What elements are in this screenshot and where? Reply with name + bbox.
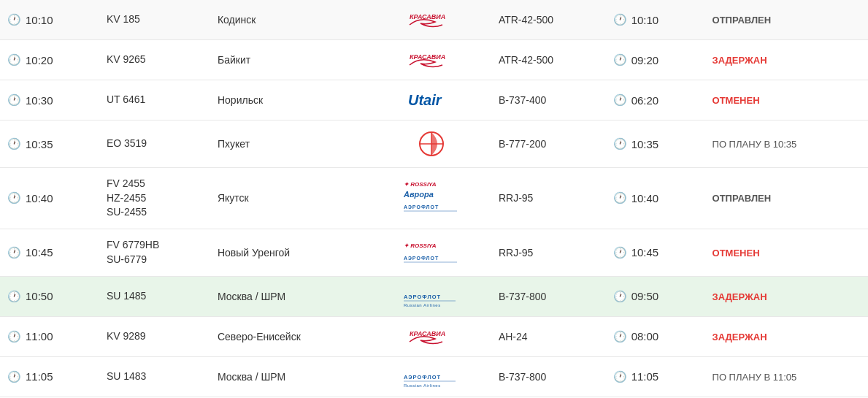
table-row: 🕐 10:50 SU 1485Москва / ШРМ АЭРОФЛОТ Rus… — [0, 276, 868, 316]
table-row: 🕐 10:20 KV 9265Байкит КРАСАВИА ATR-42-50… — [0, 40, 868, 80]
aircraft-cell: АН-24 — [491, 316, 606, 356]
airline-logo-aeroflot: АЭРОФЛОТ Russian Airlines — [378, 286, 484, 307]
actual-time-cell: 🕐 11:05 — [606, 356, 705, 397]
actual-time: 09:50 — [631, 290, 659, 302]
flight-number-cell: SU 1485 — [99, 276, 210, 316]
table-row: 🕐 11:00 KV 9289Северо-Енисейск КРАСАВИА … — [0, 316, 868, 356]
actual-time: 10:40 — [631, 192, 659, 204]
status-cell: ПО ПЛАНУ В 11:05 — [705, 356, 868, 397]
scheduled-time: 10:40 — [26, 192, 53, 204]
scheduled-time-cell: 🕐 10:35 — [0, 120, 99, 168]
airline-logo-aeroflot: АЭРОФЛОТ Russian Airlines — [378, 366, 484, 388]
svg-text:АЭРОФЛОТ: АЭРОФЛОТ — [404, 256, 439, 261]
clock-icon: 🕐 — [7, 290, 21, 303]
destination-cell: Северо-Енисейск — [210, 316, 371, 356]
status-cell: ЗАДЕРЖАН — [705, 316, 868, 356]
flight-numbers: EO 3519 — [107, 137, 203, 151]
svg-text:✦ ROSSIYA: ✦ ROSSIYA — [404, 181, 437, 188]
status-cell: ОТМЕНЕН — [705, 80, 868, 120]
destination-text: Москва / ШРМ — [218, 371, 285, 383]
flight-numbers: FV 2455HZ-2455SU-2455 — [107, 177, 203, 220]
aircraft-type: B-777-200 — [499, 138, 546, 150]
actual-time-cell: 🕐 10:10 — [606, 0, 705, 40]
destination-text: Байкит — [218, 54, 250, 66]
scheduled-time-cell: 🕐 10:10 — [0, 0, 99, 40]
table-row: 🕐 10:30 UT 6461Норильск Utair B-737-400 … — [0, 80, 868, 120]
aircraft-cell: B-737-800 — [491, 356, 606, 397]
clock-icon-actual: 🕐 — [613, 93, 627, 107]
destination-text: Кодинск — [218, 14, 256, 26]
destination-cell: Байкит — [210, 40, 371, 80]
destination-text: Якутск — [218, 192, 249, 204]
svg-text:Аврора: Аврора — [403, 190, 434, 199]
aircraft-cell: RRJ-95 — [491, 229, 606, 276]
scheduled-time-cell: 🕐 11:05 — [0, 356, 99, 397]
clock-icon-actual: 🕐 — [613, 137, 627, 150]
svg-text:АЭРОФЛОТ: АЭРОФЛОТ — [404, 374, 441, 380]
flight-number-cell: FV 2455HZ-2455SU-2455 — [99, 168, 210, 229]
actual-time-cell: 🕐 06:20 — [606, 80, 705, 120]
destination-cell: Норильск — [210, 80, 371, 120]
clock-icon-actual: 🕐 — [613, 370, 627, 383]
airline-cell: Utair — [371, 80, 491, 120]
status-cell: ЗАДЕРЖАН — [705, 276, 868, 316]
status-cell: ОТПРАВЛЕН — [705, 0, 868, 40]
status-badge: ОТМЕНЕН — [713, 248, 760, 259]
scheduled-time-cell: 🕐 10:50 — [0, 276, 99, 316]
actual-time: 10:45 — [631, 246, 659, 259]
status-badge: ЗАДЕРЖАН — [713, 291, 767, 302]
scheduled-time: 10:35 — [26, 138, 53, 150]
destination-cell: Пхукет — [210, 120, 371, 168]
flight-numbers: KV 9289 — [107, 329, 203, 344]
scheduled-time-cell: 🕐 10:45 — [0, 229, 99, 276]
airline-cell: ✦ ROSSIYA Аврора АЭРОФЛОТ — [371, 168, 491, 229]
actual-time-cell: 🕐 10:45 — [606, 229, 705, 276]
clock-icon: 🕐 — [7, 93, 21, 107]
scheduled-time: 10:30 — [26, 94, 53, 107]
scheduled-time: 11:05 — [26, 370, 53, 383]
airline-cell: АЭРОФЛОТ Russian Airlines — [371, 356, 491, 397]
flight-number-cell: UT 6461 — [99, 80, 210, 120]
flight-numbers: FV 6779НВSU-6779 — [107, 238, 203, 267]
clock-icon: 🕐 — [7, 330, 21, 343]
table-row: 🕐 10:45 FV 6779НВSU-6779Новый Уренгой ✦ … — [0, 229, 868, 276]
aircraft-cell: B-737-400 — [491, 80, 606, 120]
aircraft-type: ATR-42-500 — [499, 54, 553, 66]
flight-number-cell: SU 1483 — [99, 356, 210, 397]
table-row: 🕐 11:05 SU 1483Москва / ШРМ АЭРОФЛОТ Rus… — [0, 356, 868, 397]
clock-icon: 🕐 — [7, 370, 21, 383]
actual-time: 09:20 — [631, 54, 659, 66]
destination-text: Норильск — [218, 94, 263, 106]
destination-cell: Новый Уренгой — [210, 229, 371, 276]
status-badge: ОТПРАВЛЕН — [713, 193, 772, 204]
flight-numbers: KV 9265 — [107, 53, 203, 67]
flight-numbers: SU 1485 — [107, 289, 203, 304]
status-badge: ОТМЕНЕН — [713, 95, 760, 106]
destination-text: Пхукет — [218, 138, 250, 150]
scheduled-time-cell: 🕐 10:40 — [0, 168, 99, 229]
scheduled-time: 10:20 — [26, 54, 53, 66]
svg-text:АЭРОФЛОТ: АЭРОФЛОТ — [404, 294, 441, 300]
svg-text:✦ ROSSIYA: ✦ ROSSIYA — [404, 242, 437, 249]
actual-time-cell: 🕐 09:20 — [606, 40, 705, 80]
status-badge: ЗАДЕРЖАН — [713, 332, 767, 342]
status-badge: ПО ПЛАНУ В 11:05 — [713, 372, 797, 383]
destination-cell: Якутск — [210, 168, 371, 229]
table-row: 🕐 10:35 EO 3519Пхукет B-777-200 🕐 10:35 … — [0, 120, 868, 168]
table-row: 🕐 10:10 KV 185Кодинск КРАСАВИА ATR-42-50… — [0, 0, 868, 40]
svg-text:АЭРОФЛОТ: АЭРОФЛОТ — [404, 204, 439, 210]
aircraft-cell: B-777-200 — [491, 120, 606, 168]
actual-time-cell: 🕐 08:00 — [606, 316, 705, 356]
airline-logo-rossiya-aeroflot: ✦ ROSSIYA АЭРОФЛОТ — [378, 238, 484, 267]
scheduled-time: 10:10 — [26, 14, 53, 26]
status-badge: ЗАДЕРЖАН — [713, 55, 767, 66]
svg-text:Russian Airlines: Russian Airlines — [404, 383, 441, 388]
airline-cell: ✦ ROSSIYA АЭРОФЛОТ — [371, 229, 491, 276]
status-cell: ПО ПЛАНУ В 10:35 — [705, 120, 868, 168]
status-badge: ОТПРАВЛЕН — [713, 15, 772, 26]
airline-logo-utair: Utair — [378, 89, 484, 111]
airline-cell: КРАСАВИА — [371, 316, 491, 356]
clock-icon: 🕐 — [7, 246, 21, 259]
clock-icon: 🕐 — [7, 53, 21, 66]
aircraft-type: ATR-42-500 — [499, 14, 553, 26]
